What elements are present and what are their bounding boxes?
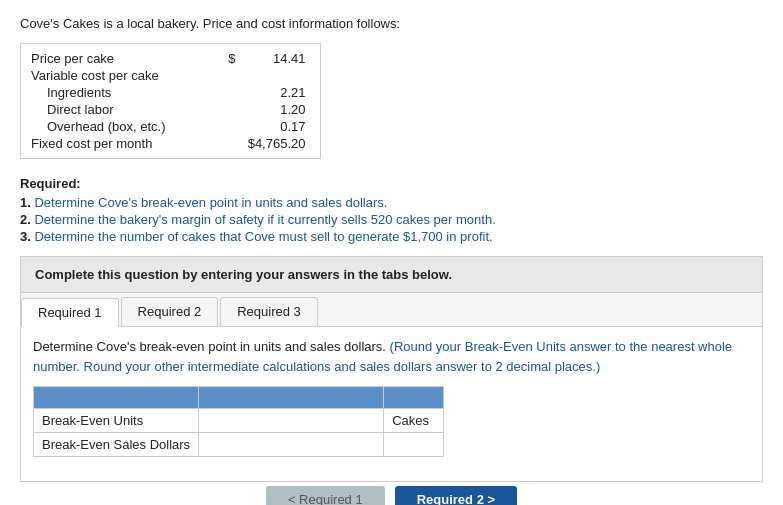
break-even-sales-unit (384, 433, 444, 457)
intro-text: Cove's Cakes is a local bakery. Price an… (20, 16, 763, 31)
col-header-input (199, 387, 384, 409)
price-currency: $ (170, 50, 240, 67)
tab-required-1[interactable]: Required 1 (21, 298, 119, 327)
overhead-value: 0.17 (240, 118, 310, 135)
tab-description-normal: Determine Cove's break-even point in uni… (33, 339, 386, 354)
prev-button[interactable]: < Required 1 (266, 486, 385, 505)
break-even-units-input[interactable] (207, 413, 375, 428)
direct-labor-value: 1.20 (240, 101, 310, 118)
table-row-break-even-sales: Break-Even Sales Dollars (34, 433, 444, 457)
required-item-3: 3. Determine the number of cakes that Co… (20, 229, 763, 244)
table-row-break-even-units: Break-Even Units Cakes (34, 409, 444, 433)
break-even-units-input-cell[interactable] (199, 409, 384, 433)
tabs-row: Required 1 Required 2 Required 3 (21, 293, 762, 327)
answer-table: Break-Even Units Cakes Break-Even Sales … (33, 386, 444, 457)
tab-required-3[interactable]: Required 3 (220, 297, 318, 326)
variable-cost-label: Variable cost per cake (31, 67, 170, 84)
break-even-sales-input[interactable] (207, 437, 375, 452)
break-even-units-unit: Cakes (384, 409, 444, 433)
col-header-unit (384, 387, 444, 409)
tabs-container: Required 1 Required 2 Required 3 Determi… (20, 293, 763, 482)
nav-buttons: < Required 1 Required 2 > (20, 486, 763, 505)
break-even-units-label: Break-Even Units (34, 409, 199, 433)
tab-content: Determine Cove's break-even point in uni… (21, 327, 762, 481)
price-value: 14.41 (240, 50, 310, 67)
required-title: Required: (20, 176, 763, 191)
price-label: Price per cake (31, 50, 170, 67)
required-section: Required: 1. Determine Cove's break-even… (20, 176, 763, 244)
break-even-sales-label: Break-Even Sales Dollars (34, 433, 199, 457)
ingredients-label: Ingredients (31, 84, 170, 101)
fixed-cost-label: Fixed cost per month (31, 135, 170, 152)
break-even-sales-input-cell[interactable] (199, 433, 384, 457)
next-button[interactable]: Required 2 > (395, 486, 517, 505)
fixed-cost-value: $4,765.20 (240, 135, 310, 152)
required-item-2: 2. Determine the bakery's margin of safe… (20, 212, 763, 227)
price-table: Price per cake $ 14.41 Variable cost per… (20, 43, 321, 159)
col-header-label (34, 387, 199, 409)
required-item-1: 1. Determine Cove's break-even point in … (20, 195, 763, 210)
tab-description: Determine Cove's break-even point in uni… (33, 337, 750, 376)
tab-required-2[interactable]: Required 2 (121, 297, 219, 326)
complete-banner: Complete this question by entering your … (20, 256, 763, 293)
direct-labor-label: Direct labor (31, 101, 170, 118)
ingredients-value: 2.21 (240, 84, 310, 101)
overhead-label: Overhead (box, etc.) (31, 118, 170, 135)
